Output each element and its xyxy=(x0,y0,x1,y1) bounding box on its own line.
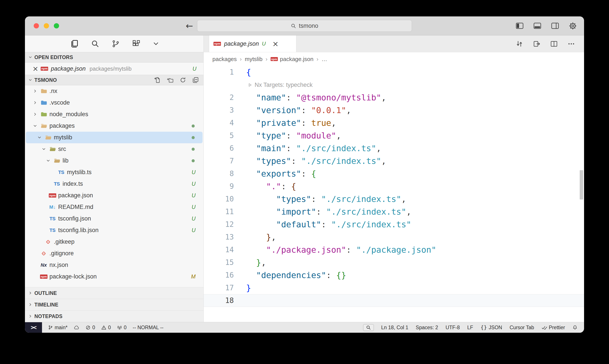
refresh-icon[interactable] xyxy=(180,77,186,83)
tab-package-json[interactable]: npm package.json U × xyxy=(209,35,297,52)
breadcrumb-packages[interactable]: packages xyxy=(212,56,237,63)
cursor-tab[interactable]: Cursor Tab xyxy=(509,325,534,331)
source-control-icon[interactable] xyxy=(112,39,120,48)
forwarded-ports[interactable]: 0 xyxy=(117,325,127,331)
notifications-bell[interactable] xyxy=(572,325,578,330)
code-line-17[interactable]: 17} xyxy=(204,282,584,294)
code-line-4[interactable]: 4 "private": true, xyxy=(204,117,584,129)
tree-item-packages[interactable]: packages xyxy=(26,120,203,132)
chevron-down-icon[interactable] xyxy=(153,40,159,47)
breadcrumb-package.json[interactable]: npmpackage.json xyxy=(271,56,313,63)
code-line-1[interactable]: 1{ xyxy=(204,66,584,78)
more-actions-icon[interactable] xyxy=(568,40,575,48)
cursor-position[interactable]: Ln 18, Col 1 xyxy=(381,325,408,331)
line-number: 1 xyxy=(204,66,234,78)
code-line-3[interactable]: 3 "version": "0.0.1", xyxy=(204,104,584,117)
code-line-9[interactable]: 9 ".": { xyxy=(204,180,584,193)
search-icon[interactable] xyxy=(91,39,99,48)
panel-outline[interactable]: OUTLINE xyxy=(25,287,203,299)
chevron-right-icon[interactable] xyxy=(31,101,39,105)
git-branch[interactable]: main* xyxy=(48,325,68,331)
tree-item-.gitkeep[interactable]: .gitkeep xyxy=(26,236,203,248)
tree-item-tsconfig.json[interactable]: TStsconfig.jsonU xyxy=(26,213,203,224)
code-line-5[interactable]: 5 "type": "module", xyxy=(204,129,584,142)
compare-changes-icon[interactable] xyxy=(516,40,523,48)
modified-indicator-dot xyxy=(192,124,195,128)
breadcrumb-…[interactable]: … xyxy=(322,56,327,63)
panel-timeline[interactable]: TIMELINE xyxy=(25,299,203,311)
open-changes-icon[interactable] xyxy=(533,40,540,48)
chevron-right-icon[interactable] xyxy=(31,89,39,93)
tree-item-package.json[interactable]: npmpackage.jsonU xyxy=(26,190,203,201)
collapse-all-icon[interactable] xyxy=(193,77,199,83)
eol[interactable]: LF xyxy=(467,325,473,331)
tree-item-mytslib.ts[interactable]: TSmytslib.tsU xyxy=(26,167,203,178)
tree-item-README.md[interactable]: M↓README.mdU xyxy=(26,201,203,213)
arrow-left-icon[interactable]: ← xyxy=(186,21,193,31)
chevron-right-icon[interactable] xyxy=(31,112,39,116)
chevron-down-icon[interactable] xyxy=(35,135,43,140)
language-mode[interactable]: {}JSON xyxy=(480,325,502,331)
layout-panel-icon[interactable] xyxy=(533,23,541,29)
extensions-icon[interactable] xyxy=(132,39,141,48)
new-file-icon[interactable] xyxy=(154,77,160,83)
fullscreen-window-button[interactable] xyxy=(54,23,59,28)
code-line-11[interactable]: 11 "import": "./src/index.ts", xyxy=(204,205,584,218)
close-tab-button[interactable]: × xyxy=(272,39,279,48)
code-line-15[interactable]: 15 }, xyxy=(204,256,584,269)
layout-sidebar-icon[interactable] xyxy=(516,23,523,29)
tree-item-.nx[interactable]: .nx xyxy=(26,85,203,97)
tree-item-nx.json[interactable]: Nxnx.json xyxy=(26,259,203,271)
tree-item-src[interactable]: src xyxy=(26,143,203,155)
problems-warnings[interactable]: 0 xyxy=(101,325,111,331)
tree-item-package-lock.json[interactable]: npmpackage-lock.jsonM xyxy=(26,271,203,282)
tree-item-mytslib[interactable]: mytslib xyxy=(26,132,203,143)
vim-mode[interactable]: -- NORMAL -- xyxy=(132,325,163,331)
split-editor-icon[interactable] xyxy=(550,40,557,48)
vertical-scrollbar[interactable] xyxy=(580,170,583,199)
explorer-section-header[interactable]: TSMONO xyxy=(25,75,203,85)
files-icon[interactable] xyxy=(70,39,79,48)
tree-item-lib[interactable]: lib xyxy=(26,155,203,167)
publish-changes[interactable] xyxy=(74,325,79,329)
close-editor-button[interactable]: × xyxy=(31,65,40,73)
new-folder-icon[interactable] xyxy=(167,77,173,83)
code-lens[interactable]: Nx Targets: typecheck xyxy=(204,78,584,91)
breadcrumb-mytslib[interactable]: mytslib xyxy=(245,56,262,63)
code-line-13[interactable]: 13 }, xyxy=(204,231,584,244)
formatter-prettier[interactable]: Prettier xyxy=(542,325,565,331)
command-center[interactable]: tsmono xyxy=(197,20,412,32)
code-line-18[interactable]: 18 xyxy=(204,294,584,307)
problems-errors[interactable]: 0 xyxy=(86,325,95,331)
zoom-indicator[interactable] xyxy=(363,324,374,331)
code-line-2[interactable]: 2 "name": "@tsmono/mytslib", xyxy=(204,91,584,104)
code-line-14[interactable]: 14 "./package.json": "./package.json" xyxy=(204,244,584,256)
encoding[interactable]: UTF-8 xyxy=(446,325,460,331)
code-line-6[interactable]: 6 "main": "./src/index.ts", xyxy=(204,142,584,155)
code-line-7[interactable]: 7 "types": "./src/index.ts", xyxy=(204,155,584,167)
code-line-8[interactable]: 8 "exports": { xyxy=(204,167,584,180)
remote-indicator[interactable]: >< xyxy=(25,322,42,333)
code-line-16[interactable]: 16 "dependencies": {} xyxy=(204,269,584,282)
settings-gear-icon[interactable] xyxy=(569,22,577,30)
indentation[interactable]: Spaces: 2 xyxy=(416,325,438,331)
chevron-down-icon[interactable] xyxy=(44,159,52,163)
chevron-down-icon[interactable] xyxy=(31,124,39,128)
open-editors-header[interactable]: OPEN EDITORS xyxy=(25,52,203,63)
tree-item-node_modules[interactable]: node_modules xyxy=(26,108,203,120)
folder-open-tan-icon xyxy=(39,123,49,129)
tree-item-index.ts[interactable]: TSindex.tsU xyxy=(26,178,203,190)
window-controls xyxy=(25,23,59,28)
code-lens-action[interactable]: Nx Targets: typecheck xyxy=(234,82,312,88)
chevron-down-icon[interactable] xyxy=(40,147,48,151)
tree-item-.vscode[interactable]: .vscode xyxy=(26,97,203,108)
open-editor-package.json[interactable]: ×npmpackage.jsonpackages/mytslibU xyxy=(25,63,203,75)
layout-sidebar-right-icon[interactable] xyxy=(551,23,559,29)
minimize-window-button[interactable] xyxy=(44,23,49,28)
code-line-10[interactable]: 10 "types": "./src/index.ts", xyxy=(204,193,584,205)
panel-notepads[interactable]: NOTEPADS xyxy=(25,311,203,322)
tree-item-.gitignore[interactable]: .gitignore xyxy=(26,248,203,259)
close-window-button[interactable] xyxy=(34,23,39,28)
tree-item-tsconfig.lib.json[interactable]: TStsconfig.lib.jsonU xyxy=(26,224,203,236)
code-line-12[interactable]: 12 "default": "./src/index.ts" xyxy=(204,218,584,231)
